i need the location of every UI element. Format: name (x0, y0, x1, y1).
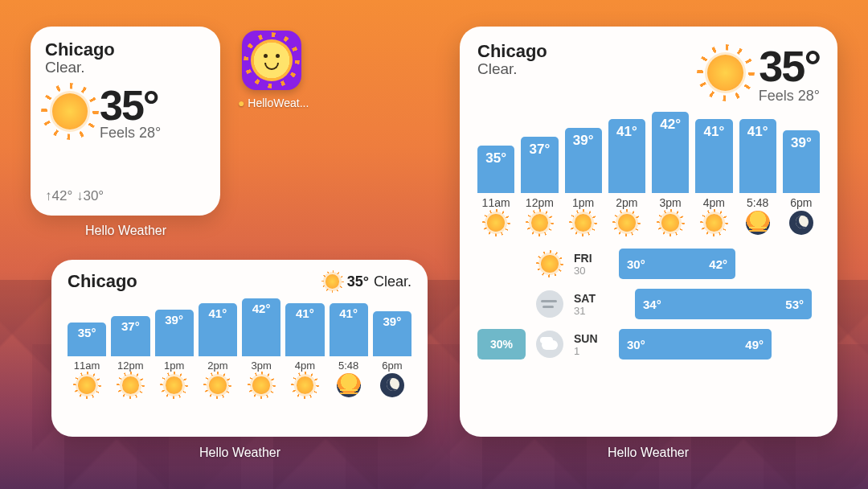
forecast-day-label: SAT31 (574, 292, 611, 317)
hour-bar: 39° (783, 130, 820, 193)
hour-bar: 41° (199, 303, 237, 356)
hour-bar: 41° (739, 119, 776, 193)
sun-icon (701, 48, 751, 98)
forecast-row: SAT3134°53° (477, 286, 820, 322)
hour-time: 12pm (521, 196, 558, 209)
widget-medium[interactable]: Chicago 35° Clear. 35°37°39°41°42°41°41°… (51, 260, 428, 437)
header-cond: Clear. (374, 273, 411, 290)
hour-time: 5:48 (739, 196, 776, 209)
sun-icon (323, 272, 342, 291)
sun-icon (702, 211, 726, 235)
widget-small[interactable]: Chicago Clear. 35° Feels 28° ↑42° ↓30° (31, 27, 220, 216)
forecast-icon (534, 290, 566, 318)
sun-icon (206, 373, 230, 397)
forecast-range: 34°53° (619, 289, 820, 319)
sun-icon (615, 211, 639, 235)
precip-chip: 30% (477, 329, 526, 360)
sunset-icon (337, 373, 361, 397)
city-label: Chicago (68, 271, 137, 292)
hour-bar: 39° (373, 311, 411, 356)
hour-icon-cell (199, 373, 237, 397)
hour-icon-cell (155, 373, 194, 397)
hour-bar: 42° (242, 298, 280, 356)
hour-bar: 41° (330, 303, 368, 356)
hour-time: 3pm (652, 196, 689, 209)
moon-icon (789, 211, 813, 235)
hourly-icons (68, 373, 411, 397)
app-icon[interactable]: HelloWeat... (238, 31, 305, 109)
widget-large[interactable]: Chicago Clear. 35° Feels 28° 35°37°39°41… (460, 27, 837, 437)
hour-bar: 41° (608, 119, 645, 193)
wind-icon (536, 290, 563, 318)
hour-bar: 35° (68, 323, 106, 356)
hour-bar: 41° (285, 303, 324, 356)
hour-icon-cell (739, 211, 776, 235)
hour-icon-cell (477, 211, 514, 235)
hour-time: 6pm (783, 196, 820, 209)
hour-time: 6pm (373, 360, 411, 372)
sun-icon (293, 373, 317, 397)
feels-like: Feels 28° (100, 125, 161, 142)
hour-bar: 35° (477, 146, 514, 193)
hour-time: 4pm (285, 360, 324, 372)
hour-icon-cell (373, 373, 411, 397)
sun-icon (571, 211, 596, 235)
hour-bar: 37° (111, 316, 149, 356)
hour-icon-cell (330, 373, 368, 397)
hour-time: 5:48 (330, 360, 368, 372)
sun-icon (538, 252, 562, 276)
hour-icon-cell (242, 373, 280, 397)
forecast-row: FRI3030°42° (477, 246, 820, 281)
city-label: Chicago (45, 39, 206, 60)
hour-bar: 39° (155, 310, 194, 356)
forecast-range: 30°42° (619, 249, 820, 279)
hour-time: 1pm (565, 196, 602, 209)
forecast-icon (534, 331, 566, 358)
condition-label: Clear. (477, 60, 547, 78)
moon-icon (380, 373, 404, 397)
hour-time: 11am (68, 360, 106, 372)
hour-icon-cell (68, 373, 106, 397)
hour-icon-cell (521, 211, 558, 235)
high-temp: 42° (52, 188, 73, 203)
hour-bar: 37° (521, 137, 558, 193)
hour-icon-cell (285, 373, 324, 397)
smiley-sun-icon (251, 39, 293, 81)
temperature: 35° (100, 81, 161, 129)
forecast-icon (534, 252, 566, 276)
hour-bar: 39° (565, 128, 602, 193)
widget-large-caption: Hello Weather (608, 446, 689, 460)
sun-icon (658, 211, 682, 235)
sun-icon (45, 87, 95, 137)
high-low: ↑42° ↓30° (45, 188, 206, 204)
hour-time: 11am (477, 196, 514, 209)
feels-like: Feels 28° (759, 88, 820, 105)
hour-icon-cell (783, 211, 820, 235)
widget-medium-caption: Hello Weather (199, 446, 280, 460)
hourly-times: 11am12pm1pm2pm3pm4pm5:486pm (68, 360, 411, 372)
hour-time: 1pm (155, 360, 194, 372)
sun-icon (527, 211, 551, 235)
hourly-icons (477, 211, 820, 235)
hourly-bars: 35°37°39°41°42°41°41°39° (477, 111, 820, 193)
hour-icon-cell (608, 211, 645, 235)
sun-icon (249, 373, 273, 397)
header-summary: 35° Clear. (323, 272, 411, 291)
hourly-times: 11am12pm1pm2pm3pm4pm5:486pm (477, 196, 820, 209)
cloudy-icon (536, 331, 563, 358)
widget-small-caption: Hello Weather (85, 224, 166, 238)
hour-icon-cell (652, 211, 689, 235)
forecast-day-label: SUN1 (574, 332, 611, 357)
low-temp: 30° (83, 188, 104, 203)
hourly-bars: 35°37°39°41°42°41°41°39° (68, 298, 411, 356)
hour-time: 3pm (242, 360, 280, 372)
app-label: HelloWeat... (238, 97, 305, 109)
hour-time: 2pm (608, 196, 645, 209)
forecast-day-label: FRI30 (574, 252, 611, 277)
city-label: Chicago (477, 41, 547, 62)
hour-time: 2pm (199, 360, 237, 372)
sunset-icon (746, 211, 770, 235)
hour-icon-cell (565, 211, 602, 235)
hour-icon-cell (695, 211, 732, 235)
hour-icon-cell (111, 373, 149, 397)
